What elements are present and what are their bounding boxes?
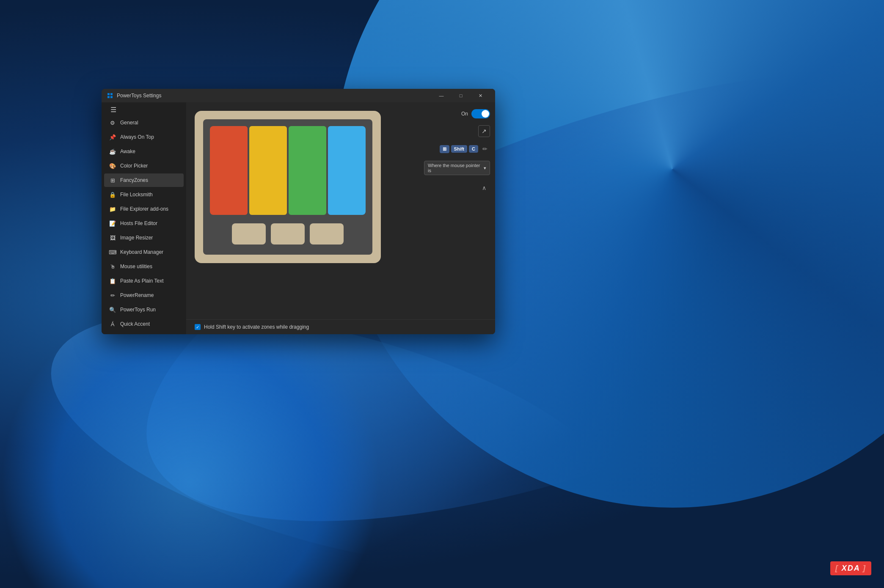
sidebar-label-fancyzones: FancyZones: [120, 177, 148, 183]
sidebar-item-image-resizer[interactable]: 🖼 Image Resizer: [104, 231, 184, 245]
dropdown-label: Where the mouse pointer is: [428, 163, 482, 173]
sidebar-item-keyboard-manager[interactable]: ⌨ Keyboard Manager: [104, 245, 184, 259]
collapse-button[interactable]: ∧: [478, 182, 490, 194]
awake-icon: ☕: [109, 148, 116, 155]
sidebar-item-registry-preview[interactable]: 📋 Registry Preview: [104, 332, 184, 334]
shift-activate-checkbox[interactable]: ✓: [195, 324, 201, 330]
external-link-button[interactable]: ↗: [478, 125, 490, 137]
preview-buttons: [210, 220, 366, 248]
xda-bracket-right: ]: [863, 564, 866, 572]
sidebar-label-powerrename: PowerRename: [120, 292, 154, 298]
external-link-icon: ↗: [482, 128, 487, 135]
enable-toggle-row: On: [424, 109, 490, 118]
xda-bracket-left: [: [835, 564, 839, 572]
sidebar-item-hosts-file-editor[interactable]: 📝 Hosts File Editor: [104, 217, 184, 230]
quick-accent-icon: Á: [109, 321, 116, 327]
general-icon: ⚙: [109, 119, 116, 126]
maximize-button[interactable]: □: [451, 89, 471, 102]
toggle-on-label: On: [461, 111, 468, 117]
preview-frame: [195, 111, 381, 263]
key-c: C: [469, 145, 478, 153]
mouse-utilities-icon: 🖱: [109, 263, 116, 270]
svg-rect-3: [110, 96, 113, 98]
sidebar-item-awake[interactable]: ☕ Awake: [104, 145, 184, 158]
chevron-up-icon: ∧: [482, 184, 486, 191]
sidebar: ☰ ⚙ General 📌 Always On Top ☕ Awake 🎨 Co…: [102, 102, 186, 334]
shift-activate-label: Hold Shift key to activate zones while d…: [204, 324, 309, 330]
sidebar-label-paste-plain-text: Paste As Plain Text: [120, 278, 164, 284]
sidebar-item-file-explorer[interactable]: 📁 File Explorer add-ons: [104, 202, 184, 216]
minimize-button[interactable]: —: [432, 89, 451, 102]
powerrename-icon: ✏: [109, 292, 116, 299]
main-panel: On ↗ ⊞ Shift C ✏: [186, 102, 495, 334]
color-bars: [210, 126, 366, 215]
sidebar-label-mouse-utilities: Mouse utilities: [120, 264, 152, 269]
enable-toggle[interactable]: [471, 109, 490, 118]
color-bar-red: [210, 126, 248, 215]
preview-button-2: [271, 223, 305, 245]
svg-rect-1: [110, 93, 113, 95]
sidebar-item-always-on-top[interactable]: 📌 Always On Top: [104, 130, 184, 144]
xda-text: XDA: [842, 564, 860, 572]
window-controls: — □ ✕: [432, 89, 490, 102]
window-title: PowerToys Settings: [117, 93, 432, 99]
sidebar-label-powertoys-run: PowerToys Run: [120, 307, 156, 313]
sidebar-label-file-locksmith: File Locksmith: [120, 192, 153, 198]
keyboard-manager-icon: ⌨: [109, 249, 116, 256]
checkbox-wrap: ✓ Hold Shift key to activate zones while…: [195, 324, 309, 330]
fancyzones-icon: ⊞: [109, 177, 116, 184]
chevron-down-icon: ▾: [484, 165, 486, 171]
color-bar-yellow: [249, 126, 287, 215]
sidebar-item-color-picker[interactable]: 🎨 Color Picker: [104, 159, 184, 173]
file-locksmith-icon: 🔒: [109, 191, 116, 198]
close-button[interactable]: ✕: [471, 89, 490, 102]
edit-pencil-icon: ✏: [482, 146, 487, 152]
zone-location-dropdown[interactable]: Where the mouse pointer is ▾: [424, 161, 490, 175]
sidebar-item-fancyzones[interactable]: ⊞ FancyZones: [104, 173, 184, 187]
sidebar-label-keyboard-manager: Keyboard Manager: [120, 249, 163, 255]
key-shift: Shift: [451, 145, 467, 153]
sidebar-label-quick-accent: Quick Accent: [120, 321, 150, 327]
content-area: ☰ ⚙ General 📌 Always On Top ☕ Awake 🎨 Co…: [102, 102, 495, 334]
sidebar-label-hosts-file-editor: Hosts File Editor: [120, 220, 157, 226]
svg-rect-2: [107, 96, 110, 98]
sidebar-menu-button[interactable]: ☰: [105, 106, 122, 114]
sidebar-item-powerrename[interactable]: ✏ PowerRename: [104, 289, 184, 302]
sidebar-item-general[interactable]: ⚙ General: [104, 116, 184, 129]
color-picker-icon: 🎨: [109, 162, 116, 169]
sidebar-label-image-resizer: Image Resizer: [120, 235, 153, 241]
shortcut-edit-button[interactable]: ✏: [480, 144, 490, 154]
sidebar-item-powertoys-run[interactable]: 🔍 PowerToys Run: [104, 303, 184, 316]
image-resizer-icon: 🖼: [109, 234, 116, 241]
xda-watermark: [ XDA ]: [830, 561, 871, 575]
preview-inner: [203, 119, 372, 255]
app-window: PowerToys Settings — □ ✕ ☰ ⚙ General 📌 A…: [102, 89, 495, 334]
paste-icon: 📋: [109, 278, 116, 284]
sidebar-label-color-picker: Color Picker: [120, 163, 148, 169]
shortcut-row: ⊞ Shift C ✏: [424, 144, 490, 154]
color-bar-blue: [328, 126, 366, 215]
sidebar-item-quick-accent[interactable]: Á Quick Accent: [104, 317, 184, 331]
fancyzones-preview-area: [186, 102, 389, 319]
sidebar-item-file-locksmith[interactable]: 🔒 File Locksmith: [104, 188, 184, 201]
file-explorer-icon: 📁: [109, 206, 116, 212]
sidebar-label-file-explorer: File Explorer add-ons: [120, 206, 168, 212]
settings-panel: On ↗ ⊞ Shift C ✏: [419, 102, 495, 319]
hosts-file-icon: 📝: [109, 220, 116, 227]
app-icon: [107, 92, 113, 99]
sidebar-item-mouse-utilities[interactable]: 🖱 Mouse utilities: [104, 260, 184, 273]
sidebar-label-awake: Awake: [120, 148, 135, 154]
svg-rect-0: [107, 93, 110, 95]
hamburger-icon: ☰: [110, 106, 116, 114]
preview-button-1: [232, 223, 266, 245]
sidebar-label-always-on-top: Always On Top: [120, 134, 154, 140]
powertoys-run-icon: 🔍: [109, 306, 116, 313]
always-on-top-icon: 📌: [109, 134, 116, 140]
bottom-bar: ✓ Hold Shift key to activate zones while…: [186, 319, 495, 334]
color-bar-green: [289, 126, 326, 215]
dropdown-row: Where the mouse pointer is ▾: [424, 161, 490, 175]
preview-button-3: [310, 223, 344, 245]
key-win: ⊞: [440, 145, 449, 153]
sidebar-item-paste-plain-text[interactable]: 📋 Paste As Plain Text: [104, 274, 184, 288]
title-bar: PowerToys Settings — □ ✕: [102, 89, 495, 102]
